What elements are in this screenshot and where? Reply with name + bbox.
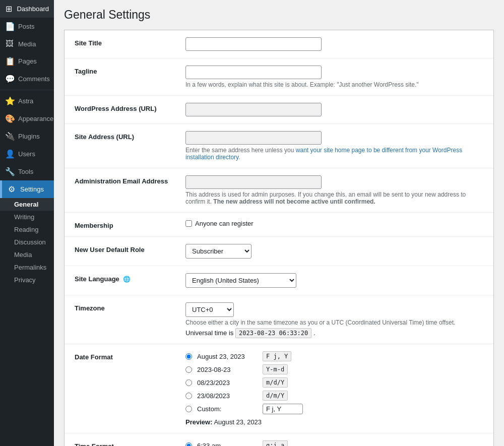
time-format-radio-1[interactable] — [185, 442, 192, 447]
admin-email-description: This address is used for admin purposes.… — [185, 191, 483, 205]
date-format-radio-1[interactable] — [185, 353, 192, 360]
sidebar-item-label: Posts — [18, 23, 35, 30]
wp-address-label: WordPress Address (URL) — [75, 103, 185, 112]
sidebar-item-posts[interactable]: 📄 Posts — [0, 18, 54, 35]
new-user-role-label: New User Default Role — [75, 244, 185, 253]
dashboard-icon: ⊞ — [5, 4, 13, 14]
date-format-option-2: 2023-08-23 Y-m-d — [185, 364, 483, 374]
tagline-row: Tagline In a few words, explain what thi… — [65, 58, 493, 96]
sidebar-item-label: Media — [18, 40, 36, 48]
timezone-row: Timezone UTC+0 Choose either a city in t… — [65, 295, 493, 344]
submenu-general[interactable]: General — [0, 198, 54, 211]
admin-email-field: This address is used for admin purposes.… — [185, 175, 483, 205]
sidebar-item-tools[interactable]: 🔧 Tools — [0, 163, 54, 180]
sidebar-item-appearance[interactable]: 🎨 Appearance — [0, 110, 54, 128]
wp-address-field — [185, 103, 483, 116]
time-format-field: 6:33 am g:i a 6:33 AM g:i A 06:33 H:i — [185, 440, 483, 446]
site-address-label: Site Address (URL) — [75, 131, 185, 141]
site-address-input[interactable] — [185, 131, 322, 145]
tagline-description: In a few words, explain what this site i… — [185, 81, 483, 88]
date-format-radio-custom[interactable] — [185, 406, 192, 412]
site-language-select[interactable]: English (United States) — [185, 273, 296, 288]
date-format-custom-input[interactable] — [263, 404, 303, 414]
membership-checkbox[interactable] — [185, 220, 192, 227]
time-format-option-1: 6:33 am g:i a — [185, 440, 483, 446]
date-format-field: August 23, 2023 F j, Y 2023-08-23 Y-m-d … — [185, 351, 483, 426]
main-content: General Settings Site Title Tagline In a… — [54, 0, 504, 446]
sidebar-item-dashboard[interactable]: ⊞ Dashboard — [0, 0, 54, 18]
sidebar-item-plugins[interactable]: 🔌 Plugins — [0, 128, 54, 145]
sidebar-item-label: Dashboard — [17, 5, 49, 13]
date-format-preview: Preview: August 23, 2023 — [185, 418, 483, 426]
sidebar-item-users[interactable]: 👤 Users — [0, 145, 54, 163]
site-language-field: English (United States) — [185, 273, 483, 288]
plugins-icon: 🔌 — [5, 132, 14, 141]
sidebar-item-settings[interactable]: ⚙ Settings — [0, 180, 54, 198]
sidebar-item-label: Plugins — [18, 133, 40, 140]
membership-row: Membership Anyone can register — [65, 213, 493, 237]
site-title-field — [185, 37, 483, 51]
universal-time-value: 2023-08-23 06:33:20 — [235, 328, 311, 338]
timezone-label: Timezone — [75, 302, 185, 312]
date-format-option-4: 23/08/2023 d/m/Y — [185, 391, 483, 401]
settings-icon: ⚙ — [7, 184, 16, 194]
time-format-label: Time Format — [75, 440, 185, 446]
sidebar-item-astra[interactable]: ⭐ Astra — [0, 92, 54, 110]
tagline-field: In a few words, explain what this site i… — [185, 66, 483, 88]
tagline-input[interactable] — [185, 66, 322, 79]
sidebar-item-label: Comments — [18, 75, 50, 83]
submenu-discussion[interactable]: Discussion — [0, 236, 54, 248]
tagline-label: Tagline — [75, 66, 185, 75]
astra-icon: ⭐ — [5, 96, 14, 106]
date-format-radio-2[interactable] — [185, 366, 192, 373]
site-address-field: Enter the same address here unless you w… — [185, 131, 483, 161]
admin-email-input[interactable] — [185, 175, 322, 189]
sidebar-item-comments[interactable]: 💬 Comments — [0, 70, 54, 88]
site-title-label: Site Title — [75, 37, 185, 47]
submenu-writing[interactable]: Writing — [0, 211, 54, 223]
date-format-option-3: 08/23/2023 m/d/Y — [185, 377, 483, 388]
sidebar-item-label: Astra — [18, 97, 33, 105]
submenu-reading[interactable]: Reading — [0, 223, 54, 236]
translate-icon: 🌐 — [123, 276, 131, 283]
tools-icon: 🔧 — [5, 167, 14, 176]
site-address-description: Enter the same address here unless you w… — [185, 147, 483, 161]
pages-icon: 📋 — [5, 56, 14, 66]
date-format-option-1: August 23, 2023 F j, Y — [185, 351, 483, 361]
membership-label: Membership — [75, 220, 185, 229]
site-title-input[interactable] — [185, 37, 322, 51]
new-user-role-field: Subscriber Contributor Author Editor Adm… — [185, 244, 483, 259]
site-address-row: Site Address (URL) Enter the same addres… — [65, 124, 493, 168]
site-language-row: Site Language 🌐 English (United States) — [65, 266, 493, 295]
timezone-description: Choose either a city in the same timezon… — [185, 319, 483, 326]
admin-email-label: Administration Email Address — [75, 175, 185, 185]
new-user-role-row: New User Default Role Subscriber Contrib… — [65, 237, 493, 266]
new-user-role-select[interactable]: Subscriber Contributor Author Editor Adm… — [185, 244, 251, 259]
sidebar-item-label: Tools — [18, 168, 33, 175]
date-format-radio-3[interactable] — [185, 379, 192, 386]
submenu-permalinks[interactable]: Permalinks — [0, 261, 54, 274]
time-format-row: Time Format 6:33 am g:i a 6:33 AM g:i A — [65, 433, 493, 446]
site-title-row: Site Title — [65, 30, 493, 58]
sidebar-item-label: Pages — [18, 57, 37, 65]
submenu-media[interactable]: Media — [0, 248, 54, 261]
timezone-select[interactable]: UTC+0 — [185, 302, 234, 317]
sidebar-item-label: Users — [18, 150, 35, 158]
appearance-icon: 🎨 — [5, 114, 14, 123]
sidebar-item-media[interactable]: 🖼 Media — [0, 35, 54, 52]
membership-field: Anyone can register — [185, 220, 483, 227]
media-icon: 🖼 — [5, 39, 14, 48]
wp-address-input[interactable] — [185, 103, 322, 116]
site-language-label: Site Language 🌐 — [75, 273, 185, 283]
membership-checkbox-label: Anyone can register — [195, 220, 254, 227]
date-format-radio-4[interactable] — [185, 393, 192, 399]
comments-icon: 💬 — [5, 74, 14, 84]
date-format-group: August 23, 2023 F j, Y 2023-08-23 Y-m-d … — [185, 351, 483, 414]
universal-time-row: Universal time is 2023-08-23 06:33:20 . — [185, 329, 483, 337]
settings-form: Site Title Tagline In a few words, expla… — [64, 30, 494, 446]
sidebar: ⊞ Dashboard 📄 Posts 🖼 Media 📋 Pages 💬 Co… — [0, 0, 54, 446]
date-format-label: Date Format — [75, 351, 185, 361]
posts-icon: 📄 — [5, 22, 14, 31]
submenu-privacy[interactable]: Privacy — [0, 274, 54, 286]
sidebar-item-pages[interactable]: 📋 Pages — [0, 52, 54, 70]
